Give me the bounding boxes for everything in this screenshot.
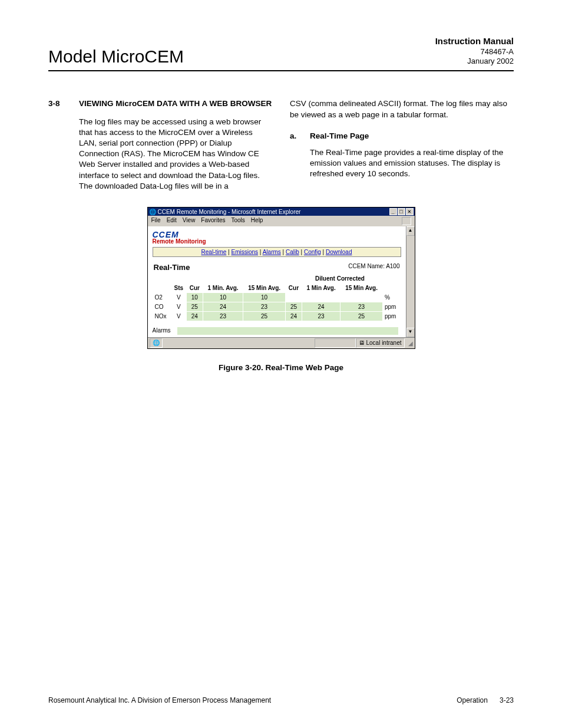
alarms-label: Alarms bbox=[153, 327, 176, 334]
header-right: Instruction Manual 748467-A January 2002 bbox=[435, 35, 514, 67]
cell-sts: V bbox=[171, 312, 186, 321]
cell-15min: 23 bbox=[243, 302, 285, 311]
cell-dcur: 25 bbox=[286, 302, 302, 311]
col-1min: 1 Min. Avg. bbox=[203, 284, 243, 292]
nav-emissions[interactable]: Emissions bbox=[231, 249, 258, 255]
row-label: O2 bbox=[153, 293, 171, 302]
cell-15min: 25 bbox=[243, 312, 285, 321]
nav-download[interactable]: Download bbox=[326, 249, 352, 255]
page-nav-bar: Real-time | Emissions | Alarms | Calib |… bbox=[153, 247, 401, 257]
col-unit bbox=[383, 284, 401, 292]
section-heading: 3-8 VIEWING MicroCEM DATA WITH A WEB BRO… bbox=[48, 98, 272, 109]
nav-realtime[interactable]: Real-time bbox=[201, 249, 227, 255]
cell-d1min bbox=[302, 293, 340, 302]
row-label: CO bbox=[153, 302, 171, 311]
right-column: CSV (comma delineated ASCII) format. The… bbox=[290, 98, 514, 192]
manual-label: Instruction Manual bbox=[435, 35, 514, 47]
subsection-letter: a. bbox=[290, 131, 310, 141]
screenshot-wrapper: 🌐 CCEM Remote Monitoring - Microsoft Int… bbox=[147, 207, 415, 349]
footer-section: Operation bbox=[457, 696, 488, 704]
realtime-heading: Real-Time bbox=[154, 263, 190, 272]
window-title: CCEM Remote Monitoring - Microsoft Inter… bbox=[158, 209, 301, 215]
cell-unit: ppm bbox=[383, 302, 401, 311]
throbber-icon bbox=[402, 217, 411, 225]
menu-bar: File Edit View Favorites Tools Help bbox=[148, 216, 415, 226]
window-titlebar: 🌐 CCEM Remote Monitoring - Microsoft Int… bbox=[148, 207, 415, 216]
menu-file[interactable]: File bbox=[151, 217, 161, 225]
cell-15min: 10 bbox=[243, 293, 285, 302]
remote-monitoring-label: Remote Monitoring bbox=[153, 238, 401, 245]
menu-edit[interactable]: Edit bbox=[167, 217, 177, 225]
menu-help[interactable]: Help bbox=[251, 217, 263, 225]
model-title: Model MicroCEM bbox=[48, 47, 184, 67]
maximize-button[interactable]: □ bbox=[398, 208, 405, 215]
nav-calib[interactable]: Calib bbox=[286, 249, 299, 255]
cell-1min: 24 bbox=[203, 302, 243, 311]
cell-sts: V bbox=[171, 293, 186, 302]
left-column: 3-8 VIEWING MicroCEM DATA WITH A WEB BRO… bbox=[48, 98, 272, 192]
minimize-button[interactable]: _ bbox=[389, 208, 397, 215]
scroll-up-button[interactable]: ▲ bbox=[406, 226, 415, 236]
menu-tools[interactable]: Tools bbox=[231, 217, 244, 225]
page-footer: Rosemount Analytical Inc. A Division of … bbox=[48, 696, 514, 704]
resize-grip-icon[interactable]: ◢ bbox=[405, 340, 413, 347]
subsection-heading: a. Real-Time Page bbox=[290, 131, 514, 141]
body-columns: 3-8 VIEWING MicroCEM DATA WITH A WEB BRO… bbox=[48, 98, 514, 192]
status-zone-text: Local intranet bbox=[366, 340, 401, 346]
figure-caption: Figure 3-20. Real-Time Web Page bbox=[48, 363, 514, 372]
cell-d15min: 25 bbox=[340, 312, 382, 321]
menu-view[interactable]: View bbox=[183, 217, 196, 225]
diluent-corrected-label: Diluent Corrected bbox=[279, 275, 401, 282]
doc-number: 748467-A bbox=[435, 47, 514, 57]
cell-d1min: 23 bbox=[302, 312, 340, 321]
close-button[interactable]: × bbox=[406, 208, 414, 215]
cell-unit: % bbox=[383, 293, 401, 302]
menu-favorites[interactable]: Favorites bbox=[201, 217, 225, 225]
browser-window: 🌐 CCEM Remote Monitoring - Microsoft Int… bbox=[147, 207, 415, 349]
col-d1min: 1 Min Avg. bbox=[302, 284, 340, 292]
section-number: 3-8 bbox=[48, 98, 79, 109]
cell-d1min: 24 bbox=[302, 302, 340, 311]
cell-1min: 23 bbox=[203, 312, 243, 321]
col-dcur: Cur bbox=[286, 284, 302, 292]
status-progress bbox=[315, 338, 356, 348]
section-right-para: CSV (comma delineated ASCII) format. The… bbox=[290, 98, 514, 120]
nav-alarms[interactable]: Alarms bbox=[263, 249, 281, 255]
table-row: O2 V 10 10 10 % bbox=[153, 293, 401, 302]
col-cur: Cur bbox=[187, 284, 203, 292]
subsection-para: The Real-Time page provides a real-time … bbox=[310, 147, 514, 180]
cell-dcur: 24 bbox=[286, 312, 302, 321]
table-row: NOx V 24 23 25 24 23 25 ppm bbox=[153, 312, 401, 321]
table-row: CO V 25 24 23 25 24 23 ppm bbox=[153, 302, 401, 311]
col-15min: 15 Min Avg. bbox=[243, 284, 285, 292]
nav-config[interactable]: Config bbox=[304, 249, 321, 255]
vertical-scrollbar[interactable]: ▲ ▼ bbox=[406, 226, 415, 337]
realtime-table: Sts Cur 1 Min. Avg. 15 Min Avg. Cur 1 Mi… bbox=[153, 283, 401, 321]
scroll-down-button[interactable]: ▼ bbox=[406, 328, 415, 337]
cell-cur: 24 bbox=[187, 312, 203, 321]
cell-d15min: 23 bbox=[340, 302, 382, 311]
ie-icon: 🌐 bbox=[149, 209, 156, 215]
doc-date: January 2002 bbox=[435, 57, 514, 67]
cell-unit: ppm bbox=[383, 312, 401, 321]
cell-dcur bbox=[286, 293, 302, 302]
cell-sts: V bbox=[171, 302, 186, 311]
subsection-title: Real-Time Page bbox=[310, 131, 369, 141]
footer-page: 3-23 bbox=[500, 696, 514, 704]
section-title: VIEWING MicroCEM DATA WITH A WEB BROWSER bbox=[79, 98, 272, 109]
status-bar: 🌐 🖥 Local intranet ◢ bbox=[148, 337, 415, 348]
footer-left: Rosemount Analytical Inc. A Division of … bbox=[48, 696, 271, 704]
alarms-value-box bbox=[177, 327, 398, 335]
document-area: CCEM Remote Monitoring Real-time | Emiss… bbox=[148, 226, 406, 337]
cell-cur: 10 bbox=[187, 293, 203, 302]
col-d15min: 15 Min Avg. bbox=[340, 284, 382, 292]
cell-d15min bbox=[340, 293, 382, 302]
row-label: NOx bbox=[153, 312, 171, 321]
section-left-para: The log files may be accessed using a we… bbox=[79, 117, 272, 192]
cell-cur: 25 bbox=[187, 302, 203, 311]
cell-1min: 10 bbox=[203, 293, 243, 302]
page-header: Model MicroCEM Instruction Manual 748467… bbox=[48, 35, 514, 71]
col-blank bbox=[153, 284, 171, 292]
ccem-name-label: CCEM Name: A100 bbox=[348, 263, 399, 272]
status-zone-label: 🖥 Local intranet bbox=[356, 338, 405, 348]
